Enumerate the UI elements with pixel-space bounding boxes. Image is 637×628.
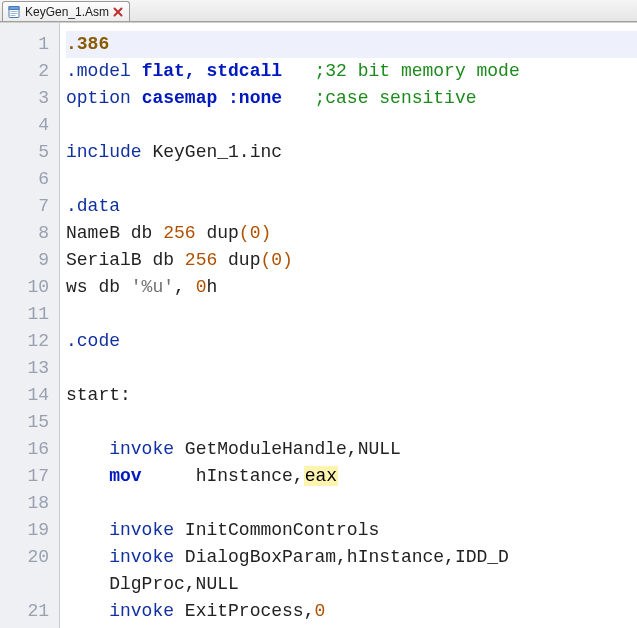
- code-line[interactable]: [66, 490, 637, 517]
- code-line[interactable]: [66, 166, 637, 193]
- code-line[interactable]: NameB db 256 dup(0): [66, 220, 637, 247]
- line-number: 15: [0, 409, 59, 436]
- svg-rect-1: [9, 6, 19, 9]
- code-line[interactable]: ws db '%u', 0h: [66, 274, 637, 301]
- code-line[interactable]: DlgProc,NULL: [66, 571, 637, 598]
- code-editor[interactable]: 123456789101112131415161718192021 .386.m…: [0, 22, 637, 628]
- line-number: 19: [0, 517, 59, 544]
- line-number: 18: [0, 490, 59, 517]
- line-number: 14: [0, 382, 59, 409]
- code-line[interactable]: [66, 112, 637, 139]
- line-number: 7: [0, 193, 59, 220]
- line-number: 20: [0, 544, 59, 571]
- code-line[interactable]: .model flat, stdcall ;32 bit memory mode: [66, 58, 637, 85]
- code-line[interactable]: start:: [66, 382, 637, 409]
- svg-rect-2: [11, 11, 18, 12]
- code-line[interactable]: [66, 409, 637, 436]
- code-line[interactable]: invoke DialogBoxParam,hInstance,IDD_D: [66, 544, 637, 571]
- line-number-gutter: 123456789101112131415161718192021: [0, 23, 60, 628]
- line-number: 4: [0, 112, 59, 139]
- code-line[interactable]: .data: [66, 193, 637, 220]
- code-line[interactable]: invoke GetModuleHandle,NULL: [66, 436, 637, 463]
- line-number: 1: [0, 31, 59, 58]
- file-tab[interactable]: KeyGen_1.Asm: [2, 1, 130, 21]
- line-number: 13: [0, 355, 59, 382]
- tab-bar: KeyGen_1.Asm: [0, 0, 637, 22]
- code-line[interactable]: include KeyGen_1.inc: [66, 139, 637, 166]
- code-line[interactable]: .code: [66, 328, 637, 355]
- line-number: 8: [0, 220, 59, 247]
- line-number: 11: [0, 301, 59, 328]
- code-line[interactable]: .386: [66, 31, 637, 58]
- code-line[interactable]: invoke InitCommonControls: [66, 517, 637, 544]
- line-number: 10: [0, 274, 59, 301]
- line-number: 16: [0, 436, 59, 463]
- close-icon[interactable]: [113, 7, 123, 17]
- code-line[interactable]: option casemap :none ;case sensitive: [66, 85, 637, 112]
- code-line[interactable]: mov hInstance,eax: [66, 463, 637, 490]
- code-line[interactable]: SerialB db 256 dup(0): [66, 247, 637, 274]
- line-number: 17: [0, 463, 59, 490]
- code-line[interactable]: invoke ExitProcess,0: [66, 598, 637, 625]
- line-number: 9: [0, 247, 59, 274]
- tab-label: KeyGen_1.Asm: [25, 5, 109, 19]
- svg-rect-3: [11, 13, 18, 14]
- svg-rect-4: [11, 15, 16, 16]
- code-line[interactable]: [66, 301, 637, 328]
- line-number: 5: [0, 139, 59, 166]
- line-number: 12: [0, 328, 59, 355]
- file-icon: [7, 5, 21, 19]
- code-line[interactable]: [66, 355, 637, 382]
- line-number: 3: [0, 85, 59, 112]
- line-number: 2: [0, 58, 59, 85]
- line-number: 21: [0, 598, 59, 625]
- line-number: 6: [0, 166, 59, 193]
- code-area[interactable]: .386.model flat, stdcall ;32 bit memory …: [60, 23, 637, 628]
